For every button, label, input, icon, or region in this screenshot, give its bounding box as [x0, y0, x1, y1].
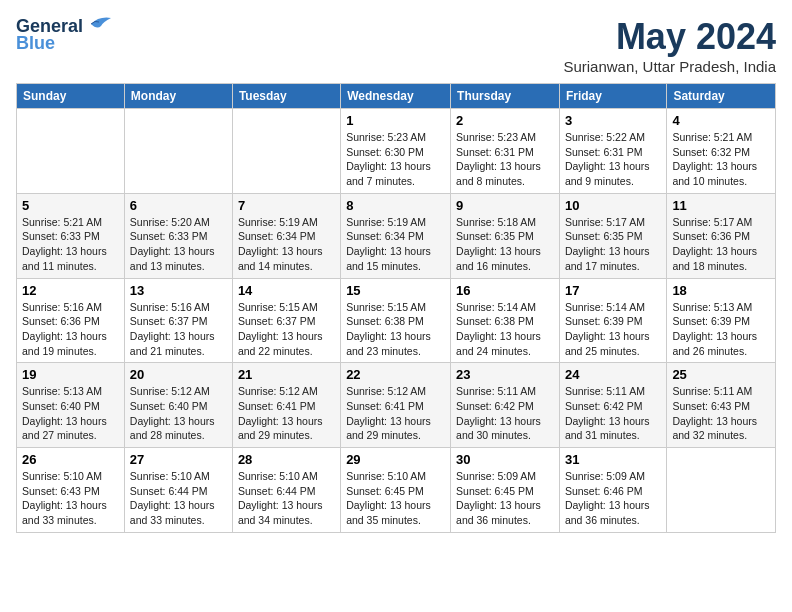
day-number: 29 — [346, 452, 445, 467]
calendar-week-row: 26Sunrise: 5:10 AM Sunset: 6:43 PM Dayli… — [17, 448, 776, 533]
day-number: 31 — [565, 452, 661, 467]
location: Surianwan, Uttar Pradesh, India — [563, 58, 776, 75]
day-info: Sunrise: 5:21 AM Sunset: 6:33 PM Dayligh… — [22, 215, 119, 274]
day-number: 3 — [565, 113, 661, 128]
calendar-day-cell: 9Sunrise: 5:18 AM Sunset: 6:35 PM Daylig… — [451, 193, 560, 278]
day-info: Sunrise: 5:11 AM Sunset: 6:43 PM Dayligh… — [672, 384, 770, 443]
day-number: 11 — [672, 198, 770, 213]
day-info: Sunrise: 5:13 AM Sunset: 6:40 PM Dayligh… — [22, 384, 119, 443]
day-of-week-header: Friday — [559, 84, 666, 109]
day-number: 27 — [130, 452, 227, 467]
day-number: 5 — [22, 198, 119, 213]
calendar-week-row: 12Sunrise: 5:16 AM Sunset: 6:36 PM Dayli… — [17, 278, 776, 363]
calendar-day-cell: 8Sunrise: 5:19 AM Sunset: 6:34 PM Daylig… — [341, 193, 451, 278]
day-info: Sunrise: 5:12 AM Sunset: 6:40 PM Dayligh… — [130, 384, 227, 443]
day-info: Sunrise: 5:10 AM Sunset: 6:44 PM Dayligh… — [238, 469, 335, 528]
day-number: 2 — [456, 113, 554, 128]
day-number: 12 — [22, 283, 119, 298]
day-info: Sunrise: 5:12 AM Sunset: 6:41 PM Dayligh… — [346, 384, 445, 443]
day-info: Sunrise: 5:11 AM Sunset: 6:42 PM Dayligh… — [456, 384, 554, 443]
day-of-week-header: Thursday — [451, 84, 560, 109]
day-of-week-header: Monday — [124, 84, 232, 109]
day-number: 4 — [672, 113, 770, 128]
day-info: Sunrise: 5:09 AM Sunset: 6:46 PM Dayligh… — [565, 469, 661, 528]
calendar-day-cell: 1Sunrise: 5:23 AM Sunset: 6:30 PM Daylig… — [341, 109, 451, 194]
day-info: Sunrise: 5:19 AM Sunset: 6:34 PM Dayligh… — [346, 215, 445, 274]
logo-bird-icon — [85, 14, 113, 32]
calendar-day-cell: 20Sunrise: 5:12 AM Sunset: 6:40 PM Dayli… — [124, 363, 232, 448]
calendar-day-cell: 27Sunrise: 5:10 AM Sunset: 6:44 PM Dayli… — [124, 448, 232, 533]
calendar-day-cell: 21Sunrise: 5:12 AM Sunset: 6:41 PM Dayli… — [232, 363, 340, 448]
calendar-day-cell — [232, 109, 340, 194]
calendar-day-cell: 26Sunrise: 5:10 AM Sunset: 6:43 PM Dayli… — [17, 448, 125, 533]
calendar-day-cell — [667, 448, 776, 533]
day-info: Sunrise: 5:22 AM Sunset: 6:31 PM Dayligh… — [565, 130, 661, 189]
day-info: Sunrise: 5:15 AM Sunset: 6:38 PM Dayligh… — [346, 300, 445, 359]
day-of-week-header: Sunday — [17, 84, 125, 109]
day-number: 9 — [456, 198, 554, 213]
day-number: 19 — [22, 367, 119, 382]
calendar-day-cell: 17Sunrise: 5:14 AM Sunset: 6:39 PM Dayli… — [559, 278, 666, 363]
day-number: 16 — [456, 283, 554, 298]
calendar-week-row: 19Sunrise: 5:13 AM Sunset: 6:40 PM Dayli… — [17, 363, 776, 448]
day-info: Sunrise: 5:12 AM Sunset: 6:41 PM Dayligh… — [238, 384, 335, 443]
calendar-day-cell — [124, 109, 232, 194]
day-number: 1 — [346, 113, 445, 128]
day-number: 8 — [346, 198, 445, 213]
day-info: Sunrise: 5:23 AM Sunset: 6:31 PM Dayligh… — [456, 130, 554, 189]
day-info: Sunrise: 5:21 AM Sunset: 6:32 PM Dayligh… — [672, 130, 770, 189]
calendar-day-cell: 3Sunrise: 5:22 AM Sunset: 6:31 PM Daylig… — [559, 109, 666, 194]
calendar-day-cell: 30Sunrise: 5:09 AM Sunset: 6:45 PM Dayli… — [451, 448, 560, 533]
calendar-day-cell: 4Sunrise: 5:21 AM Sunset: 6:32 PM Daylig… — [667, 109, 776, 194]
day-info: Sunrise: 5:23 AM Sunset: 6:30 PM Dayligh… — [346, 130, 445, 189]
day-info: Sunrise: 5:20 AM Sunset: 6:33 PM Dayligh… — [130, 215, 227, 274]
day-number: 20 — [130, 367, 227, 382]
calendar-day-cell: 24Sunrise: 5:11 AM Sunset: 6:42 PM Dayli… — [559, 363, 666, 448]
calendar-day-cell: 15Sunrise: 5:15 AM Sunset: 6:38 PM Dayli… — [341, 278, 451, 363]
day-of-week-header: Tuesday — [232, 84, 340, 109]
calendar-week-row: 1Sunrise: 5:23 AM Sunset: 6:30 PM Daylig… — [17, 109, 776, 194]
day-number: 28 — [238, 452, 335, 467]
day-number: 10 — [565, 198, 661, 213]
day-number: 21 — [238, 367, 335, 382]
day-info: Sunrise: 5:15 AM Sunset: 6:37 PM Dayligh… — [238, 300, 335, 359]
day-number: 30 — [456, 452, 554, 467]
calendar-week-row: 5Sunrise: 5:21 AM Sunset: 6:33 PM Daylig… — [17, 193, 776, 278]
day-of-week-header: Saturday — [667, 84, 776, 109]
calendar-day-cell: 10Sunrise: 5:17 AM Sunset: 6:35 PM Dayli… — [559, 193, 666, 278]
day-number: 24 — [565, 367, 661, 382]
day-number: 22 — [346, 367, 445, 382]
calendar-day-cell: 7Sunrise: 5:19 AM Sunset: 6:34 PM Daylig… — [232, 193, 340, 278]
logo: General Blue — [16, 16, 113, 54]
day-number: 14 — [238, 283, 335, 298]
calendar-day-cell: 6Sunrise: 5:20 AM Sunset: 6:33 PM Daylig… — [124, 193, 232, 278]
calendar-table: SundayMondayTuesdayWednesdayThursdayFrid… — [16, 83, 776, 533]
title-block: May 2024 Surianwan, Uttar Pradesh, India — [563, 16, 776, 75]
calendar-day-cell: 2Sunrise: 5:23 AM Sunset: 6:31 PM Daylig… — [451, 109, 560, 194]
day-number: 23 — [456, 367, 554, 382]
calendar-day-cell: 25Sunrise: 5:11 AM Sunset: 6:43 PM Dayli… — [667, 363, 776, 448]
day-number: 7 — [238, 198, 335, 213]
calendar-day-cell: 19Sunrise: 5:13 AM Sunset: 6:40 PM Dayli… — [17, 363, 125, 448]
day-number: 26 — [22, 452, 119, 467]
day-info: Sunrise: 5:17 AM Sunset: 6:36 PM Dayligh… — [672, 215, 770, 274]
day-info: Sunrise: 5:16 AM Sunset: 6:37 PM Dayligh… — [130, 300, 227, 359]
calendar-day-cell: 16Sunrise: 5:14 AM Sunset: 6:38 PM Dayli… — [451, 278, 560, 363]
day-of-week-header: Wednesday — [341, 84, 451, 109]
day-number: 6 — [130, 198, 227, 213]
calendar-day-cell: 31Sunrise: 5:09 AM Sunset: 6:46 PM Dayli… — [559, 448, 666, 533]
calendar-day-cell: 28Sunrise: 5:10 AM Sunset: 6:44 PM Dayli… — [232, 448, 340, 533]
day-number: 18 — [672, 283, 770, 298]
day-info: Sunrise: 5:11 AM Sunset: 6:42 PM Dayligh… — [565, 384, 661, 443]
page-header: General Blue May 2024 Surianwan, Uttar P… — [16, 16, 776, 75]
day-info: Sunrise: 5:14 AM Sunset: 6:39 PM Dayligh… — [565, 300, 661, 359]
day-info: Sunrise: 5:10 AM Sunset: 6:43 PM Dayligh… — [22, 469, 119, 528]
day-info: Sunrise: 5:19 AM Sunset: 6:34 PM Dayligh… — [238, 215, 335, 274]
calendar-day-cell: 14Sunrise: 5:15 AM Sunset: 6:37 PM Dayli… — [232, 278, 340, 363]
day-number: 15 — [346, 283, 445, 298]
calendar-day-cell: 12Sunrise: 5:16 AM Sunset: 6:36 PM Dayli… — [17, 278, 125, 363]
day-number: 17 — [565, 283, 661, 298]
calendar-day-cell: 18Sunrise: 5:13 AM Sunset: 6:39 PM Dayli… — [667, 278, 776, 363]
calendar-day-cell: 22Sunrise: 5:12 AM Sunset: 6:41 PM Dayli… — [341, 363, 451, 448]
day-number: 13 — [130, 283, 227, 298]
